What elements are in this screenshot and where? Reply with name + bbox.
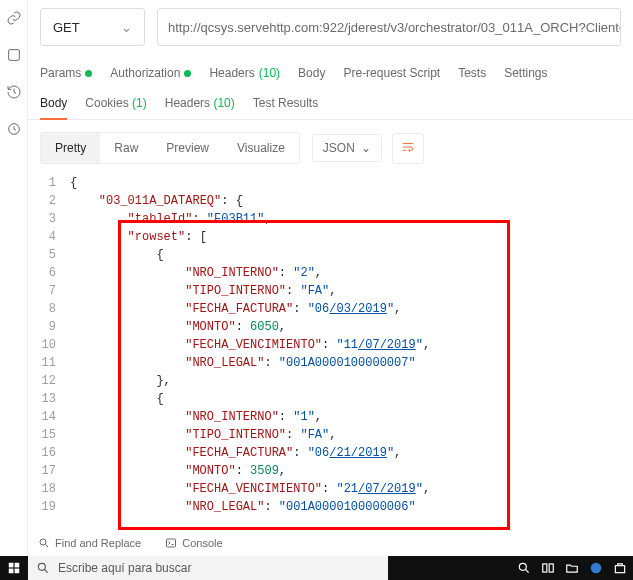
task-view-icon[interactable] bbox=[541, 561, 555, 575]
view-pretty[interactable]: Pretty bbox=[41, 133, 100, 163]
tab-tests[interactable]: Tests bbox=[458, 66, 486, 80]
clock-icon[interactable] bbox=[6, 121, 22, 140]
json-string: "06 bbox=[308, 446, 330, 460]
svg-point-9 bbox=[519, 563, 526, 570]
json-key: "TIPO_INTERNO" bbox=[185, 428, 286, 442]
view-mode-group: Pretty Raw Preview Visualize bbox=[40, 132, 300, 164]
history-icon[interactable] bbox=[6, 84, 22, 103]
json-key: "NRO_LEGAL" bbox=[185, 500, 264, 514]
json-string: "11 bbox=[336, 338, 358, 352]
json-string: "FA" bbox=[300, 284, 329, 298]
json-key: "rowset" bbox=[128, 230, 186, 244]
view-visualize[interactable]: Visualize bbox=[223, 133, 299, 163]
json-number: 3509 bbox=[250, 464, 279, 478]
json-string: "F03B11" bbox=[207, 212, 265, 226]
json-link[interactable]: /07/2019 bbox=[358, 338, 416, 352]
svg-rect-10 bbox=[543, 564, 547, 572]
search-placeholder: Escribe aquí para buscar bbox=[58, 561, 191, 575]
svg-rect-0 bbox=[8, 50, 19, 61]
json-key: "FECHA_FACTURA" bbox=[185, 446, 293, 460]
json-string: "2" bbox=[293, 266, 315, 280]
json-string: "001A0000100000007" bbox=[279, 356, 416, 370]
taskbar-search[interactable]: Escribe aquí para buscar bbox=[28, 556, 388, 580]
json-key: "NRO_INTERNO" bbox=[185, 410, 279, 424]
bottom-bar: Find and Replace Console bbox=[28, 530, 633, 556]
edge-icon[interactable] bbox=[589, 561, 603, 575]
request-row: GET ⌄ http://qcsys.servehttp.com:922/jde… bbox=[28, 0, 633, 46]
view-controls: Pretty Raw Preview Visualize JSON ⌄ bbox=[28, 120, 633, 164]
status-dot-icon bbox=[184, 70, 191, 77]
json-string: "001A0000100000006" bbox=[279, 500, 416, 514]
json-number: 6050 bbox=[250, 320, 279, 334]
restab-headers[interactable]: Headers (10) bbox=[165, 96, 235, 119]
tab-headers[interactable]: Headers (10) bbox=[209, 66, 280, 80]
json-key: "NRO_LEGAL" bbox=[185, 356, 264, 370]
request-subtabs: Params Authorization Headers (10) Body P… bbox=[28, 46, 633, 80]
chevron-down-icon: ⌄ bbox=[361, 141, 371, 155]
json-key: "FECHA_VENCIMIENTO" bbox=[185, 482, 322, 496]
response-tabs: Body Cookies (1) Headers (10) Test Resul… bbox=[28, 80, 633, 120]
search-icon[interactable] bbox=[517, 561, 531, 575]
start-button[interactable] bbox=[0, 556, 28, 580]
link-icon[interactable] bbox=[6, 10, 22, 29]
wrap-lines-button[interactable] bbox=[392, 133, 424, 164]
find-replace-button[interactable]: Find and Replace bbox=[38, 537, 141, 549]
box-icon[interactable] bbox=[6, 47, 22, 66]
json-key: "FECHA_FACTURA" bbox=[185, 302, 293, 316]
format-select[interactable]: JSON ⌄ bbox=[312, 134, 382, 162]
url-input[interactable]: http://qcsys.servehttp.com:922/jderest/v… bbox=[157, 8, 621, 46]
taskbar: Escribe aquí para buscar bbox=[0, 556, 633, 580]
svg-point-12 bbox=[591, 563, 602, 574]
chevron-down-icon: ⌄ bbox=[121, 20, 132, 35]
json-link[interactable]: /07/2019 bbox=[358, 482, 416, 496]
status-dot-icon bbox=[85, 70, 92, 77]
restab-body[interactable]: Body bbox=[40, 96, 67, 120]
json-key: "FECHA_VENCIMIENTO" bbox=[185, 338, 322, 352]
tab-params[interactable]: Params bbox=[40, 66, 92, 80]
json-key: "MONTO" bbox=[185, 464, 235, 478]
json-string: "21 bbox=[336, 482, 358, 496]
restab-cookies[interactable]: Cookies (1) bbox=[85, 96, 146, 119]
format-label: JSON bbox=[323, 141, 355, 155]
json-key: "TIPO_INTERNO" bbox=[185, 284, 286, 298]
left-rail bbox=[0, 0, 28, 580]
json-string: "06 bbox=[308, 302, 330, 316]
json-string: "1" bbox=[293, 410, 315, 424]
console-button[interactable]: Console bbox=[165, 537, 222, 549]
view-raw[interactable]: Raw bbox=[100, 133, 152, 163]
svg-point-2 bbox=[40, 539, 46, 545]
url-text: http://qcsys.servehttp.com:922/jderest/v… bbox=[168, 20, 621, 35]
svg-rect-4 bbox=[9, 563, 14, 568]
response-body[interactable]: 1{ 2 "03_011A_DATAREQ": { 3 "tableId": "… bbox=[28, 164, 633, 516]
explorer-icon[interactable] bbox=[565, 561, 579, 575]
json-link[interactable]: /21/2019 bbox=[329, 446, 387, 460]
svg-rect-3 bbox=[167, 539, 176, 547]
json-key: "tableId" bbox=[128, 212, 193, 226]
svg-rect-13 bbox=[615, 566, 624, 573]
method-select[interactable]: GET ⌄ bbox=[40, 8, 145, 46]
svg-rect-6 bbox=[9, 569, 14, 574]
json-key: "NRO_INTERNO" bbox=[185, 266, 279, 280]
restab-testresults[interactable]: Test Results bbox=[253, 96, 318, 119]
tab-prerequest[interactable]: Pre-request Script bbox=[343, 66, 440, 80]
taskbar-tray bbox=[517, 561, 633, 575]
json-key: "03_011A_DATAREQ" bbox=[99, 194, 221, 208]
store-icon[interactable] bbox=[613, 561, 627, 575]
method-label: GET bbox=[53, 20, 80, 35]
tab-body[interactable]: Body bbox=[298, 66, 325, 80]
search-icon bbox=[36, 561, 50, 575]
view-preview[interactable]: Preview bbox=[152, 133, 223, 163]
json-string: "FA" bbox=[300, 428, 329, 442]
tab-settings[interactable]: Settings bbox=[504, 66, 547, 80]
svg-rect-7 bbox=[15, 569, 20, 574]
json-link[interactable]: /03/2019 bbox=[329, 302, 387, 316]
json-key: "MONTO" bbox=[185, 320, 235, 334]
svg-rect-11 bbox=[549, 564, 553, 572]
tab-authorization[interactable]: Authorization bbox=[110, 66, 191, 80]
svg-rect-5 bbox=[15, 563, 20, 568]
svg-point-8 bbox=[38, 563, 45, 570]
